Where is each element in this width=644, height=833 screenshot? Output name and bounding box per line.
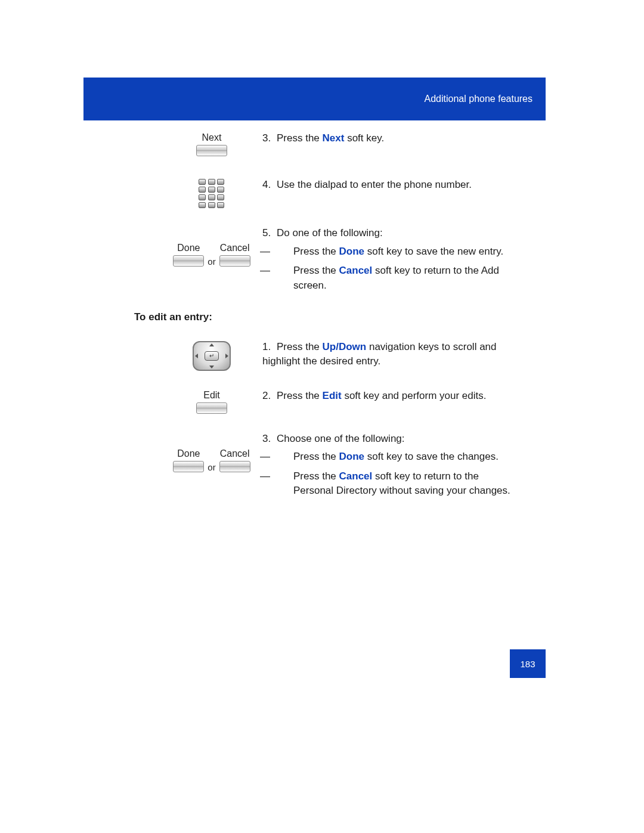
softkey-edit: Edit bbox=[196, 390, 227, 414]
softkey-edit-keycap bbox=[196, 402, 227, 414]
navigation-pad-icon: ↵ bbox=[193, 341, 231, 371]
page-header-title: Additional phone features bbox=[425, 94, 532, 104]
softkey-cancel-2-keycap bbox=[219, 461, 250, 472]
softkey-done-cancel-group-2: Done or Cancel bbox=[173, 448, 250, 472]
softkey-done-2-keycap bbox=[173, 461, 204, 472]
softkey-next-label: Next bbox=[202, 132, 222, 143]
page-header: Additional phone features bbox=[83, 78, 546, 120]
heading-edit-entry: To edit an entry: bbox=[134, 311, 519, 323]
softkey-cancel-keycap bbox=[219, 255, 250, 267]
softkey-done: Done bbox=[173, 243, 204, 267]
or-label: or bbox=[208, 256, 215, 267]
softkey-cancel: Cancel bbox=[219, 243, 250, 267]
softkey-edit-label: Edit bbox=[203, 390, 220, 401]
step-4-text: 4.Use the dialpad to enter the phone num… bbox=[262, 178, 519, 193]
page-number: 183 bbox=[520, 659, 535, 669]
softkey-done-cancel-group: Done or Cancel bbox=[173, 243, 250, 267]
step-5-text: 5.Do one of the following: —Press the Do… bbox=[262, 226, 519, 293]
page-number-box: 183 bbox=[510, 649, 546, 678]
softkey-cancel-2: Cancel bbox=[219, 448, 250, 472]
edit-step-1-text: 1.Press the Up/Down navigation keys to s… bbox=[262, 340, 519, 369]
softkey-cancel-label: Cancel bbox=[220, 243, 250, 253]
softkey-done-keycap bbox=[173, 255, 204, 267]
or-label-2: or bbox=[208, 462, 215, 472]
softkey-next: Next bbox=[196, 132, 227, 156]
edit-step-2-text: 2.Press the Edit soft key and perform yo… bbox=[262, 389, 519, 404]
softkey-next-keycap bbox=[196, 145, 227, 156]
softkey-done-label: Done bbox=[177, 243, 200, 253]
dialpad-icon bbox=[199, 179, 225, 208]
softkey-done-2: Done bbox=[173, 448, 204, 472]
edit-step-3-text: 3.Choose one of the following: —Press th… bbox=[262, 432, 519, 499]
softkey-cancel-label-2: Cancel bbox=[220, 448, 250, 459]
softkey-done-label-2: Done bbox=[177, 448, 200, 459]
step-3-text: 3.Press the Next soft key. bbox=[262, 131, 519, 146]
